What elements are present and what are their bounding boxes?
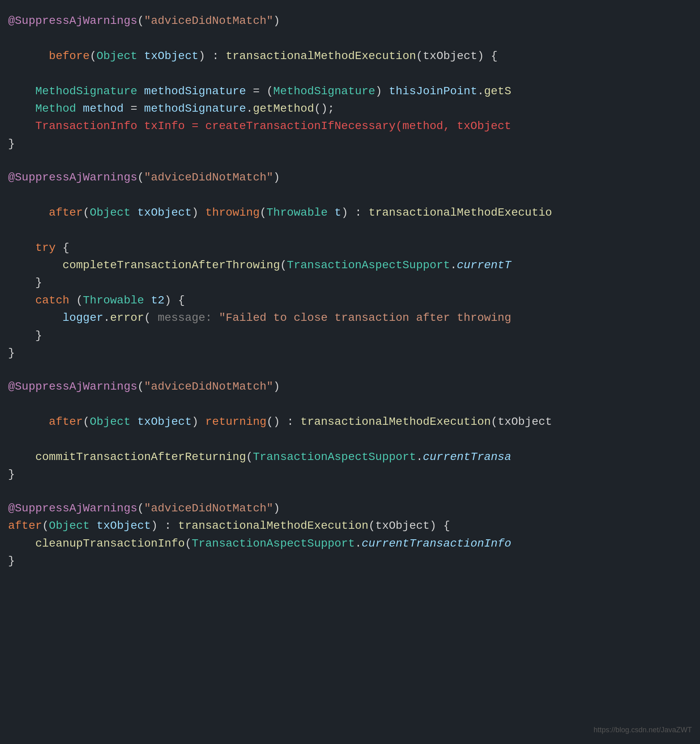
- boxed-line-1: before(Object txObject) : transactionalM…: [0, 30, 700, 82]
- code-line-method: Method method = methodSignature.getMetho…: [0, 100, 700, 117]
- code-line-catch: catch (Throwable t2) {: [0, 292, 700, 309]
- code-block-1: @SuppressAjWarnings("adviceDidNotMatch")…: [0, 12, 700, 153]
- code-line-txinfo: TransactionInfo txInfo = createTransacti…: [0, 117, 700, 135]
- code-line-try: try {: [0, 239, 700, 256]
- code-block-3: @SuppressAjWarnings("adviceDidNotMatch")…: [0, 378, 700, 483]
- code-line-ms: MethodSignature methodSignature = (Metho…: [0, 83, 700, 100]
- suppress-annotation-2: @SuppressAjWarnings: [8, 169, 137, 186]
- annotation-line-4: @SuppressAjWarnings("adviceDidNotMatch"): [0, 500, 700, 517]
- suppress-annotation-4: @SuppressAjWarnings: [8, 500, 137, 517]
- code-line-close4: }: [0, 552, 700, 570]
- suppress-annotation-3: @SuppressAjWarnings: [8, 378, 137, 395]
- code-block-2: @SuppressAjWarnings("adviceDidNotMatch")…: [0, 169, 700, 362]
- annotation-line-3: @SuppressAjWarnings("adviceDidNotMatch"): [0, 378, 700, 395]
- code-line-catch-close: }: [0, 327, 700, 344]
- code-line-commit: commitTransactionAfterReturning(Transact…: [0, 448, 700, 466]
- code-line-close1: }: [0, 135, 700, 153]
- code-line-try-close: }: [0, 274, 700, 291]
- code-container: @SuppressAjWarnings("adviceDidNotMatch")…: [0, 8, 700, 590]
- boxed-line-2: after(Object txObject) throwing(Throwabl…: [0, 187, 700, 239]
- code-line-logger: logger.error( message: "Failed to close …: [0, 309, 700, 326]
- suppress-annotation-1: @SuppressAjWarnings: [8, 12, 137, 30]
- code-line-close3: }: [0, 466, 700, 483]
- code-line-after-plain: after(Object txObject) : transactionalMe…: [0, 517, 700, 534]
- code-line-complete: completeTransactionAfterThrowing(Transac…: [0, 256, 700, 274]
- code-line-cleanup: cleanupTransactionInfo(TransactionAspect…: [0, 535, 700, 552]
- watermark: https://blog.csdn.net/JavaZWT: [594, 725, 692, 736]
- annotation-line-1: @SuppressAjWarnings("adviceDidNotMatch"): [0, 12, 700, 30]
- annotation-line-2: @SuppressAjWarnings("adviceDidNotMatch"): [0, 169, 700, 186]
- code-block-4: @SuppressAjWarnings("adviceDidNotMatch")…: [0, 500, 700, 570]
- code-line-close2: }: [0, 344, 700, 362]
- boxed-line-3: after(Object txObject) returning() : tra…: [0, 396, 700, 448]
